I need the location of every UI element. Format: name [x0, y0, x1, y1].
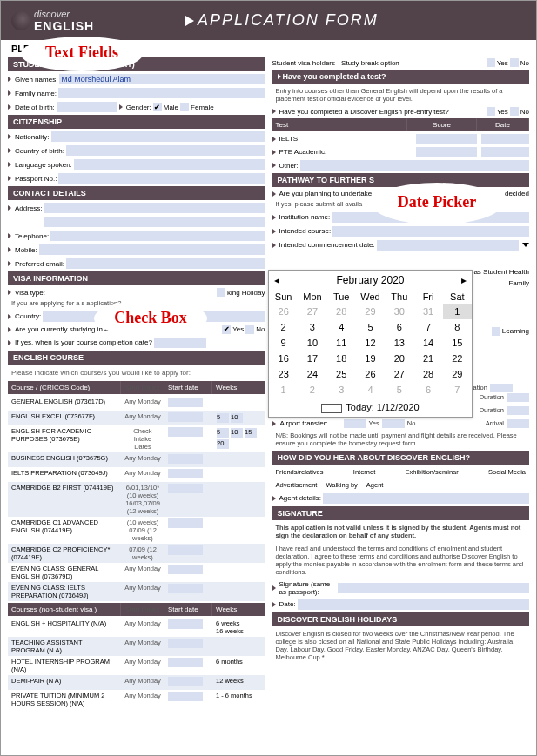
calendar-day[interactable]: 3: [298, 319, 326, 335]
au-yes-checkbox[interactable]: ✔: [222, 325, 231, 334]
calendar-day[interactable]: 9: [269, 335, 298, 351]
calendar-day[interactable]: 29: [443, 366, 472, 382]
startdate-input[interactable]: [168, 427, 203, 437]
pte-score-input[interactable]: [416, 147, 477, 157]
calendar-day[interactable]: 6: [413, 382, 442, 398]
airport-no[interactable]: [382, 419, 405, 428]
calendar-day[interactable]: 28: [327, 304, 356, 319]
calendar-day[interactable]: 23: [269, 366, 298, 382]
ielts-score-input[interactable]: [416, 134, 477, 144]
calendar-day[interactable]: 17: [298, 351, 326, 366]
startdate-input[interactable]: [168, 484, 203, 493]
calendar-day[interactable]: 22: [443, 351, 472, 366]
calendar-day[interactable]: 31: [413, 304, 442, 319]
email-input[interactable]: [66, 258, 265, 269]
calendar-day[interactable]: 16: [269, 351, 298, 366]
calendar-day[interactable]: 30: [385, 304, 413, 319]
pte-date-input[interactable]: [481, 147, 529, 157]
calendar-day[interactable]: 24: [298, 366, 326, 382]
calendar-day[interactable]: 7: [443, 382, 472, 398]
calendar-day[interactable]: 5: [385, 382, 413, 398]
arrival-input[interactable]: [507, 419, 529, 428]
calendar-day[interactable]: 26: [269, 304, 298, 319]
preentry-yes[interactable]: [487, 107, 495, 116]
startdate-input[interactable]: [168, 412, 203, 422]
calendar-day[interactable]: 14: [413, 335, 442, 351]
preentry-no[interactable]: [510, 107, 519, 116]
calendar-day[interactable]: 2: [269, 319, 298, 335]
startdate-input[interactable]: [168, 518, 203, 528]
family-name-input[interactable]: [58, 88, 265, 98]
studybreak-no[interactable]: [510, 58, 519, 67]
calendar-day[interactable]: 8: [443, 319, 472, 335]
calendar-day[interactable]: 28: [413, 366, 442, 382]
calendar-day[interactable]: 19: [356, 351, 385, 366]
calendar-day[interactable]: 5: [356, 319, 385, 335]
address-input-1[interactable]: [44, 203, 265, 213]
nationality-input[interactable]: [51, 131, 265, 142]
signature-input[interactable]: [338, 583, 530, 593]
startdate-input[interactable]: [168, 469, 203, 478]
male-checkbox[interactable]: ✔: [153, 103, 162, 111]
passport-input[interactable]: [58, 173, 265, 184]
au-no-checkbox[interactable]: [245, 325, 254, 334]
calendar-day[interactable]: 7: [413, 319, 442, 335]
dob-input[interactable]: [57, 102, 117, 112]
learning-checkbox[interactable]: [492, 327, 500, 336]
dur3-input[interactable]: [507, 406, 529, 415]
calendar-day[interactable]: 29: [356, 304, 385, 319]
startdate-input[interactable]: [168, 454, 203, 464]
calendar-day[interactable]: 2: [298, 382, 326, 398]
calendar-day[interactable]: 18: [327, 351, 356, 366]
visa-wh-checkbox[interactable]: [217, 288, 225, 297]
startdate-input[interactable]: [168, 565, 203, 574]
intended-course-input[interactable]: [332, 226, 529, 237]
other-test-input[interactable]: [300, 160, 529, 171]
intended-date-input[interactable]: [377, 240, 519, 251]
calendar-day[interactable]: 27: [298, 304, 326, 319]
calendar-day[interactable]: 12: [356, 335, 385, 351]
startdate-input[interactable]: [168, 398, 203, 407]
calendar-day[interactable]: 10: [298, 335, 326, 351]
startdate-input[interactable]: [168, 545, 203, 555]
dur1-input[interactable]: [490, 384, 513, 392]
given-names-input[interactable]: [59, 74, 265, 84]
lang-input[interactable]: [74, 159, 265, 170]
ns-startdate-input[interactable]: [168, 692, 203, 701]
telephone-input[interactable]: [50, 231, 265, 241]
next-month-button[interactable]: ▸: [461, 274, 467, 286]
calendar-day[interactable]: 1: [443, 304, 472, 319]
calendar-day[interactable]: 15: [443, 335, 472, 351]
calendar-day[interactable]: 4: [327, 319, 356, 335]
calendar-day[interactable]: 26: [356, 366, 385, 382]
calendar-day[interactable]: 13: [385, 335, 413, 351]
cob-input[interactable]: [66, 145, 265, 156]
calendar-day[interactable]: 21: [413, 351, 442, 366]
sig-date-input[interactable]: [298, 599, 529, 610]
ns-startdate-input[interactable]: [168, 639, 203, 648]
calendar-day[interactable]: 27: [385, 366, 413, 382]
mobile-input[interactable]: [39, 244, 265, 255]
date-picker-popup[interactable]: ◂ February 2020 ▸ SunMonTueWedThuFriSat2…: [268, 270, 473, 418]
ns-startdate-input[interactable]: [168, 619, 203, 629]
studybreak-yes[interactable]: [487, 58, 495, 67]
calendar-day[interactable]: 1: [269, 382, 298, 398]
today-label[interactable]: Today: 1/12/2020: [346, 402, 419, 412]
calendar-day[interactable]: 4: [356, 382, 385, 398]
startdate-input[interactable]: [168, 584, 203, 593]
ielts-date-input[interactable]: [481, 134, 529, 144]
calendar-day[interactable]: 20: [385, 351, 413, 366]
calendar-day[interactable]: 25: [327, 366, 356, 382]
ns-startdate-input[interactable]: [168, 658, 203, 667]
agent-details-input[interactable]: [323, 493, 529, 504]
airport-yes[interactable]: [344, 419, 366, 428]
ns-startdate-input[interactable]: [168, 677, 203, 686]
female-checkbox[interactable]: [180, 103, 189, 111]
completion-date-input[interactable]: [154, 338, 206, 348]
prev-month-button[interactable]: ◂: [274, 274, 279, 286]
calendar-day[interactable]: 3: [327, 382, 356, 398]
address-input-2[interactable]: [44, 217, 265, 227]
calendar-day[interactable]: 6: [385, 319, 413, 335]
date-dropdown-icon[interactable]: [522, 243, 529, 247]
calendar-day[interactable]: 11: [327, 335, 356, 351]
